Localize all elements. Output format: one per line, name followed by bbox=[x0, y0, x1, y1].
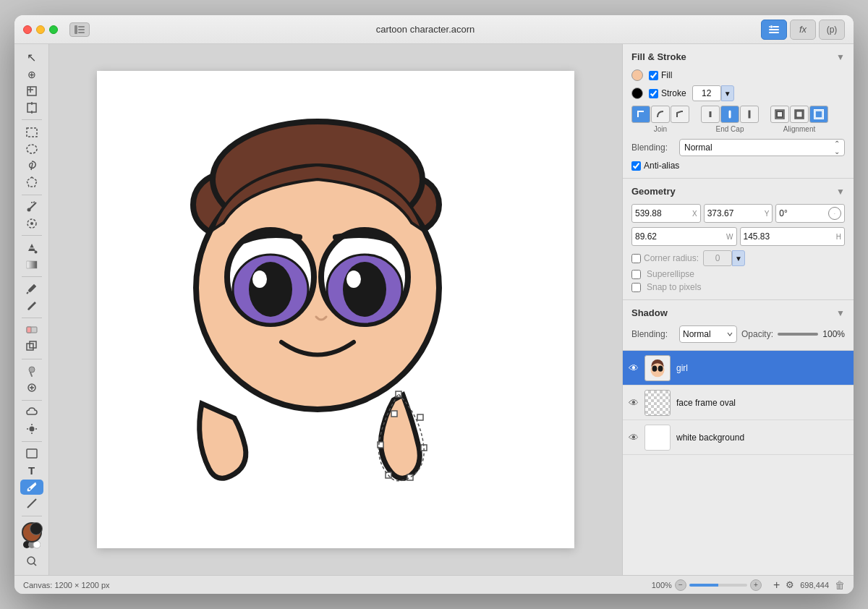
background-color[interactable] bbox=[30, 522, 43, 535]
add-layer-button[interactable]: + bbox=[773, 579, 780, 592]
color-preview[interactable] bbox=[20, 521, 43, 536]
close-button[interactable] bbox=[23, 25, 32, 34]
fill-checkbox[interactable] bbox=[649, 71, 658, 80]
transform-tool[interactable] bbox=[20, 100, 43, 115]
svg-rect-28 bbox=[27, 327, 31, 333]
endcap-square-button[interactable] bbox=[740, 106, 759, 123]
opacity-slider[interactable] bbox=[778, 333, 818, 336]
p-button[interactable]: (p) bbox=[819, 20, 845, 40]
window-title: cartoon character.acorn bbox=[95, 24, 755, 35]
y-input[interactable]: 373.67 Y bbox=[704, 204, 773, 223]
layer-eye-face-oval[interactable]: 👁 bbox=[629, 397, 639, 409]
zoom-tool[interactable]: ⊕ bbox=[20, 67, 43, 82]
pen-tool[interactable] bbox=[20, 480, 43, 495]
align-center-button[interactable] bbox=[790, 106, 809, 123]
join-round-button[interactable] bbox=[651, 106, 670, 123]
opacity-label: Opacity: bbox=[741, 329, 773, 339]
fill-color-swatch[interactable] bbox=[631, 69, 643, 81]
canvas-area[interactable] bbox=[49, 44, 622, 575]
corner-radius-checkbox[interactable] bbox=[631, 254, 641, 263]
endcap-butt-button[interactable] bbox=[701, 106, 720, 123]
svg-point-18 bbox=[27, 208, 30, 211]
zoom-out-button[interactable]: − bbox=[675, 579, 686, 591]
smudge-tool[interactable] bbox=[20, 364, 43, 379]
zoom-slider[interactable] bbox=[689, 584, 747, 587]
snap-pixels-checkbox[interactable] bbox=[631, 283, 641, 292]
corner-radius-value[interactable]: 0 bbox=[703, 250, 732, 266]
stroke-color-swatch[interactable] bbox=[631, 88, 643, 99]
rotation-value: 0° bbox=[779, 208, 787, 218]
antialias-checkbox[interactable] bbox=[631, 161, 641, 171]
fill-row: Fill bbox=[631, 69, 845, 81]
layer-eye-white-bg[interactable]: 👁 bbox=[629, 432, 639, 443]
svg-rect-66 bbox=[391, 411, 397, 417]
lasso-tool[interactable] bbox=[20, 158, 43, 173]
blending-arrow-icon: ⌃ ⌄ bbox=[834, 140, 840, 156]
x-input[interactable]: 539.88 X bbox=[631, 204, 701, 223]
join-miter-button[interactable] bbox=[631, 106, 650, 123]
shadow-blending-select[interactable]: Normal bbox=[679, 325, 737, 343]
align-outside-button[interactable] bbox=[809, 106, 828, 123]
layer-row-white-bg[interactable]: 👁 white background bbox=[623, 420, 854, 455]
layer-eye-girl[interactable]: 👁 bbox=[629, 362, 639, 374]
stroke-checkbox[interactable] bbox=[649, 89, 658, 98]
paint-bucket-tool[interactable] bbox=[20, 240, 43, 255]
svg-rect-61 bbox=[417, 414, 423, 420]
cloud-tool[interactable] bbox=[20, 405, 43, 420]
text-tool[interactable]: T bbox=[20, 463, 43, 478]
svg-line-42 bbox=[27, 499, 36, 508]
tool-properties-button[interactable] bbox=[761, 20, 787, 40]
align-inside-button[interactable] bbox=[770, 106, 789, 123]
crop-tool[interactable] bbox=[20, 83, 43, 98]
stroke-value: 12 bbox=[702, 88, 711, 98]
magic-lasso-tool[interactable] bbox=[20, 216, 43, 231]
maximize-button[interactable] bbox=[49, 25, 58, 34]
delete-layer-button[interactable]: 🗑 bbox=[835, 579, 845, 591]
eraser-tool[interactable] bbox=[20, 323, 43, 338]
fill-checkbox-label: Fill bbox=[649, 70, 672, 80]
shadow-collapse[interactable]: ▼ bbox=[836, 308, 845, 318]
w-input[interactable]: 89.62 W bbox=[631, 227, 737, 246]
magic-wand-tool[interactable] bbox=[20, 199, 43, 214]
layer-row-face-oval[interactable]: 👁 face frame oval bbox=[623, 386, 854, 420]
zoom-indicator[interactable] bbox=[20, 554, 43, 569]
gradient-tool[interactable] bbox=[20, 257, 43, 272]
fx-button[interactable]: fx bbox=[790, 20, 816, 40]
eyedropper-tool[interactable] bbox=[20, 281, 43, 297]
brush-tool[interactable] bbox=[20, 298, 43, 313]
rect-shape-tool[interactable] bbox=[20, 446, 43, 461]
layers-section: 👁 girl 👁 f bbox=[623, 351, 854, 575]
marquee-ellipse-tool[interactable] bbox=[20, 141, 43, 156]
minimize-button[interactable] bbox=[36, 25, 45, 34]
stroke-arrow-button[interactable]: ▼ bbox=[721, 85, 734, 101]
h-input[interactable]: 145.83 H bbox=[740, 227, 846, 246]
poly-lasso-tool[interactable] bbox=[20, 174, 43, 189]
layer-row-girl[interactable]: 👁 girl bbox=[623, 351, 854, 386]
canvas-surface[interactable] bbox=[97, 71, 574, 548]
select-tool[interactable]: ↖ bbox=[20, 50, 43, 65]
zoom-in-button[interactable]: + bbox=[750, 579, 762, 591]
blending-select[interactable]: Normal ⌃ ⌄ bbox=[679, 139, 845, 156]
heal-tool[interactable] bbox=[20, 380, 43, 396]
h-label: H bbox=[836, 233, 841, 241]
stroke-value-input[interactable]: 12 bbox=[692, 85, 721, 101]
clone-tool[interactable] bbox=[20, 339, 43, 354]
geometry-collapse[interactable]: ▼ bbox=[836, 187, 845, 197]
join-buttons bbox=[631, 106, 689, 123]
rotation-input[interactable]: 0° · bbox=[775, 204, 845, 223]
endcap-round-button[interactable] bbox=[720, 106, 739, 123]
svg-point-15 bbox=[27, 145, 37, 153]
line-tool[interactable] bbox=[20, 496, 43, 511]
alignment-label: Alignment bbox=[783, 125, 815, 133]
brightness-tool[interactable] bbox=[20, 422, 43, 437]
corner-radius-arrow[interactable]: ▼ bbox=[732, 250, 745, 266]
layer-settings-button[interactable]: ⚙ bbox=[786, 579, 794, 590]
superellipse-checkbox[interactable] bbox=[631, 270, 641, 279]
layer-thumb-face-oval bbox=[644, 390, 671, 416]
join-bevel-button[interactable] bbox=[671, 106, 689, 123]
blending-value: Normal bbox=[684, 142, 712, 153]
fill-stroke-collapse[interactable]: ▼ bbox=[836, 52, 845, 62]
sidebar-toggle-button[interactable] bbox=[69, 22, 90, 37]
marquee-rect-tool[interactable] bbox=[20, 124, 43, 140]
canvas-info: Canvas: 1200 × 1200 px bbox=[23, 581, 110, 589]
